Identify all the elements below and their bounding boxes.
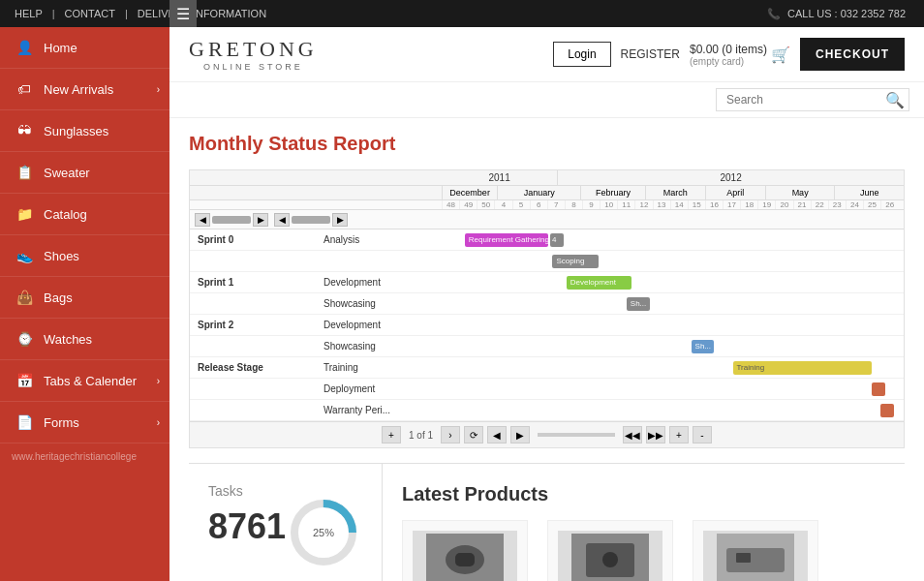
content-area: GRETONG ONLINE STORE Login REGISTER $0.0… [169, 27, 924, 581]
sprint1-show-task: Showcasing [316, 298, 442, 309]
svg-point-7 [602, 552, 618, 567]
sidebar-item-catalog[interactable]: 📁 Catalog [0, 194, 169, 235]
gantt-numbers-row: 48 49 50 4 5 6 7 8 9 10 11 12 13 [190, 200, 904, 210]
sprint2-show-bar-area: Sh... [442, 336, 904, 357]
bar-requirement-gathering: Requirement Gathering [465, 233, 548, 247]
gantt-toolbar: + 1 of 1 › ⟳ ◀ ▶ ◀◀ ▶▶ + - [190, 421, 904, 447]
login-button[interactable]: Login [553, 42, 610, 67]
latest-products-title: Latest Products [402, 483, 885, 505]
product-card-1[interactable] [402, 520, 528, 581]
gantt-scroll-row: ◀ ▶ ◀ ▶ [190, 210, 904, 229]
sidebar-item-watches[interactable]: ⌚ Watches [0, 319, 169, 360]
sidebar-label-bags: Bags [44, 290, 73, 305]
tasks-section: Tasks 8761 25% [189, 464, 383, 581]
scroll-right-btn[interactable]: ▶ [253, 213, 268, 227]
svg-rect-10 [736, 553, 751, 563]
month-january: January [497, 186, 580, 199]
release-training-task: Training [316, 362, 442, 373]
search-input[interactable] [716, 88, 909, 111]
sidebar-item-home[interactable]: 👤 Home [0, 27, 169, 69]
gantt-zoom-out-btn[interactable]: ▶▶ [646, 426, 665, 443]
search-bar: 🔍 [169, 82, 924, 118]
products-grid [402, 520, 885, 581]
gantt-months-row: December January February March April Ma… [190, 186, 904, 200]
svg-rect-9 [726, 548, 785, 572]
sprint1-dev-task: Development [316, 277, 442, 288]
latest-products-section: Latest Products [383, 464, 905, 581]
bags-icon: 👜 [15, 288, 34, 307]
scroll-left-btn[interactable]: ◀ [195, 213, 210, 227]
gantt-row-release: Release Stage Training Training [190, 357, 904, 379]
sidebar-item-shoes[interactable]: 👟 Shoes [0, 235, 169, 277]
donut-percent: 25% [313, 527, 334, 538]
gantt-zoom-in-btn[interactable]: ◀◀ [623, 426, 642, 443]
menu-toggle-button[interactable]: ☰ [169, 0, 197, 27]
sidebar-item-bags[interactable]: 👜 Bags [0, 277, 169, 319]
gantt-slider[interactable] [538, 433, 615, 437]
tag-icon: 🏷 [15, 79, 34, 99]
checkout-button[interactable]: CHECKOUT [800, 38, 905, 71]
gantt-add-btn[interactable]: + [382, 426, 401, 443]
sprint1-show-bar-area: Sh... [442, 293, 904, 315]
gantt-row-warranty: Warranty Peri... [190, 400, 904, 421]
logo-area: GRETONG ONLINE STORE [189, 37, 318, 72]
chevron-right-icon-tabs: › [157, 376, 160, 386]
help-link[interactable]: HELP [15, 8, 43, 19]
sprint1-label: Sprint 1 [190, 277, 316, 288]
cart-icon[interactable]: 🛒 [771, 46, 790, 64]
sprint0-bar-area: Requirement Gathering 4 [442, 229, 904, 251]
gantt-section: Monthly Status Report 2011 2012 [189, 133, 905, 448]
store-header: GRETONG ONLINE STORE Login REGISTER $0.0… [169, 27, 924, 82]
sidebar-item-sunglasses[interactable]: 🕶 Sunglasses [0, 110, 169, 152]
bar-4: 4 [550, 233, 564, 247]
sprint2-dev-bar-area [442, 315, 904, 336]
gantt-collapse-btn[interactable]: - [693, 426, 712, 443]
gantt-expand-btn[interactable]: + [669, 426, 689, 443]
scroll-right2-btn[interactable]: ▶ [332, 213, 348, 227]
product-card-2[interactable] [547, 520, 673, 581]
shoes-icon: 👟 [15, 246, 34, 265]
product-image-1 [413, 531, 517, 581]
svg-rect-4 [455, 553, 475, 566]
gantt-page-info: 1 of 1 [409, 430, 433, 441]
delivery-link[interactable]: DELIVERY INFORMATION [138, 8, 266, 19]
sprint2-label: Sprint 2 [190, 320, 316, 330]
gantt-nav-right-btn[interactable]: ▶ [510, 426, 530, 443]
product-card-3[interactable] [693, 520, 818, 581]
gantt-chart: 2011 2012 December January February Marc… [189, 169, 905, 448]
register-link[interactable]: REGISTER [621, 47, 680, 61]
gantt-refresh-btn[interactable]: ⟳ [464, 426, 483, 443]
tasks-donut-chart: 25% [285, 494, 362, 571]
sidebar-item-forms[interactable]: 📄 Forms › [0, 402, 169, 443]
month-december: December [442, 186, 497, 199]
cart-amount: $0.00 (0 items) [690, 43, 767, 56]
gantt-nav-left-btn[interactable]: ◀ [487, 426, 507, 443]
sidebar-item-sweater[interactable]: 📋 Sweater [0, 152, 169, 194]
gantt-row-deployment: Deployment [190, 379, 904, 400]
deployment-task: Deployment [316, 383, 442, 394]
gantt-row-sprint2: Sprint 2 Development [190, 315, 904, 336]
main-content: Monthly Status Report 2011 2012 [169, 118, 924, 581]
sidebar-item-tabs-calender[interactable]: 📅 Tabs & Calender › [0, 360, 169, 402]
month-april: April [705, 186, 765, 199]
sidebar-item-new-arrivals[interactable]: 🏷 New Arrivals › [0, 69, 169, 110]
gantt-prev-btn[interactable]: › [441, 426, 460, 443]
release-label: Release Stage [190, 362, 316, 373]
scroll-left2-btn[interactable]: ◀ [274, 213, 290, 227]
gantt-title: Monthly Status Report [189, 133, 905, 155]
gantt-row-scoping: Scoping [190, 251, 904, 272]
bar-training: Training [733, 361, 872, 375]
gantt-row-sprint0: Sprint 0 Analysis Requirement Gathering … [190, 229, 904, 251]
sprint2-show-task: Showcasing [316, 341, 442, 352]
deployment-bar-area [442, 379, 904, 400]
contact-link[interactable]: CONTACT [65, 8, 115, 19]
month-february: February [580, 186, 645, 199]
scroll-indicator-left [212, 216, 251, 224]
search-button[interactable]: 🔍 [885, 91, 905, 109]
catalog-icon: 📁 [15, 204, 34, 224]
cart-info: $0.00 (0 items) (empty card) 🛒 [690, 43, 790, 67]
sweater-icon: 📋 [15, 163, 34, 182]
sidebar-label-catalog: Catalog [44, 207, 87, 222]
main-layout: 👤 Home 🏷 New Arrivals › 🕶 Sunglasses 📋 S… [0, 27, 924, 581]
bottom-sections: Tasks 8761 25% Latest Products [189, 463, 905, 581]
